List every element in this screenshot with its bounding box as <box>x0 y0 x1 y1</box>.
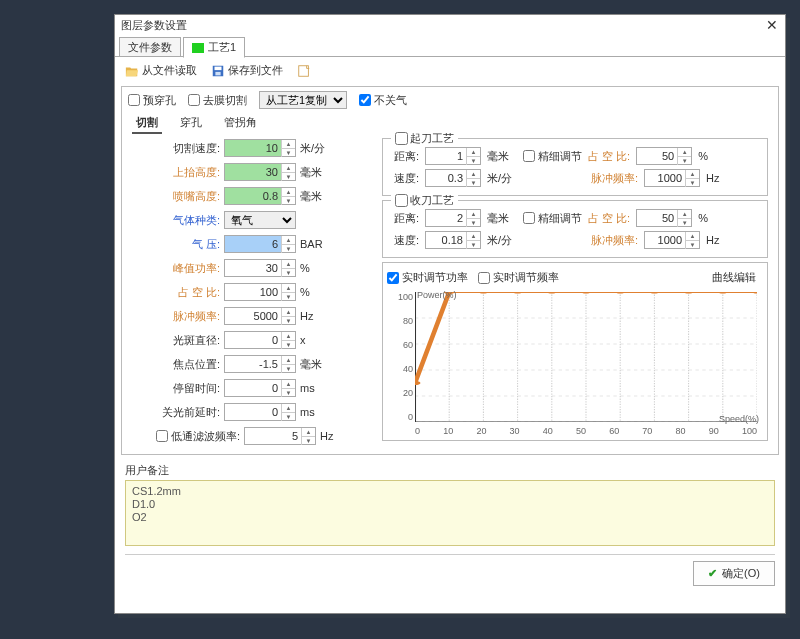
pulse-freq-input[interactable]: 5000▲▼ <box>224 307 296 325</box>
save-to-file-button[interactable]: 保存到文件 <box>207 61 287 80</box>
svg-point-32 <box>719 292 727 294</box>
cut-speed-label: 切割速度: <box>156 141 220 156</box>
svg-point-31 <box>684 292 692 294</box>
svg-rect-2 <box>215 71 220 75</box>
start-pulse-input[interactable]: 1000▲▼ <box>644 169 700 187</box>
start-speed-input[interactable]: 0.3▲▼ <box>425 169 481 187</box>
end-pulse-label: 脉冲频率: <box>591 233 638 248</box>
right-column: 起刀工艺 距离: 1▲▼ 毫米 精细调节 占 空 比: 50▲▼ % 速度: 0… <box>382 138 768 446</box>
toolbar: 从文件读取 保存到文件 <box>115 57 785 84</box>
start-speed-label: 速度: <box>389 171 419 186</box>
cut-speed-input[interactable]: 10▲▼ <box>224 139 296 157</box>
start-pulse-label: 脉冲频率: <box>591 171 638 186</box>
gas-type-label: 气体种类: <box>156 213 220 228</box>
tab-pierce[interactable]: 穿孔 <box>176 113 206 134</box>
user-notes-textarea[interactable]: CS1.2mm D1.0 O2 <box>125 480 775 546</box>
footer: ✔确定(O) <box>125 554 775 586</box>
save-icon <box>211 64 225 78</box>
end-duty-label: 占 空 比: <box>588 211 630 226</box>
peak-power-input[interactable]: 30▲▼ <box>224 259 296 277</box>
end-craft-group: 收刀工艺 距离: 2▲▼ 毫米 精细调节 占 空 比: 50▲▼ % 速度: 0… <box>382 200 768 258</box>
titlebar: 图层参数设置 ✕ <box>115 15 785 35</box>
spot-dia-input[interactable]: 0▲▼ <box>224 331 296 349</box>
start-fine-checkbox[interactable]: 精细调节 <box>523 149 582 164</box>
window-title: 图层参数设置 <box>121 18 187 33</box>
chart-panel: 实时调节功率 实时调节频率 曲线编辑 Power(%) 100806040200 <box>382 262 768 441</box>
check-icon: ✔ <box>708 567 717 580</box>
edit-curve-button[interactable]: 曲线编辑 <box>705 267 763 288</box>
left-params-column: 切割速度:10▲▼米/分 上抬高度:30▲▼毫米 喷嘴高度:0.8▲▼毫米 气体… <box>156 138 376 446</box>
duty-label: 占 空 比: <box>156 285 220 300</box>
tab-craft1[interactable]: 工艺1 <box>183 37 245 58</box>
note-icon-button[interactable] <box>293 62 315 80</box>
svg-point-27 <box>548 292 556 294</box>
peak-power-label: 峰值功率: <box>156 261 220 276</box>
svg-point-23 <box>415 381 420 385</box>
start-duty-label: 占 空 比: <box>588 149 630 164</box>
gas-type-select[interactable]: 氧气 <box>224 211 296 229</box>
end-fine-checkbox[interactable]: 精细调节 <box>523 211 582 226</box>
end-dist-label: 距离: <box>389 211 419 226</box>
close-delay-input[interactable]: 0▲▼ <box>224 403 296 421</box>
end-duty-input[interactable]: 50▲▼ <box>636 209 692 227</box>
stay-time-input[interactable]: 0▲▼ <box>224 379 296 397</box>
realtime-power-checkbox[interactable]: 实时调节功率 <box>387 270 468 285</box>
lift-height-label: 上抬高度: <box>156 165 220 180</box>
pulse-freq-label: 脉冲频率: <box>156 309 220 324</box>
nozzle-height-label: 喷嘴高度: <box>156 189 220 204</box>
copy-from-select[interactable]: 从工艺1复制 <box>259 91 347 109</box>
lowpass-checkbox[interactable]: 低通滤波频率: <box>156 429 240 444</box>
svg-point-28 <box>582 292 590 294</box>
start-dist-input[interactable]: 1▲▼ <box>425 147 481 165</box>
nozzle-height-input[interactable]: 0.8▲▼ <box>224 187 296 205</box>
stay-time-label: 停留时间: <box>156 381 220 396</box>
note-icon <box>297 64 311 78</box>
tab-corner[interactable]: 管拐角 <box>220 113 261 134</box>
close-delay-label: 关光前延时: <box>156 405 220 420</box>
end-dist-input[interactable]: 2▲▼ <box>425 209 481 227</box>
end-speed-label: 速度: <box>389 233 419 248</box>
folder-open-icon <box>125 64 139 78</box>
tab-file-params[interactable]: 文件参数 <box>119 37 181 57</box>
start-dist-label: 距离: <box>389 149 419 164</box>
spot-dia-label: 光斑直径: <box>156 333 220 348</box>
end-craft-checkbox[interactable] <box>395 194 408 207</box>
power-chart: Power(%) 100806040200 <box>415 292 757 422</box>
realtime-freq-checkbox[interactable]: 实时调节频率 <box>478 270 559 285</box>
chart-ylabel: Power(%) <box>417 290 457 300</box>
svg-point-25 <box>479 292 487 294</box>
gas-pressure-label: 气 压: <box>156 237 220 252</box>
top-tabstrip: 文件参数 工艺1 <box>115 35 785 57</box>
lowpass-input[interactable]: 5▲▼ <box>244 427 316 445</box>
svg-point-29 <box>616 292 624 294</box>
svg-point-30 <box>650 292 658 294</box>
layer-params-window: 图层参数设置 ✕ 文件参数 工艺1 从文件读取 保存到文件 预穿孔 去膜切割 从… <box>114 14 786 614</box>
chart-svg <box>415 292 757 422</box>
options-panel: 预穿孔 去膜切割 从工艺1复制 不关气 切割 穿孔 管拐角 切割速度:10▲▼米… <box>121 86 779 455</box>
duty-input[interactable]: 100▲▼ <box>224 283 296 301</box>
ok-button[interactable]: ✔确定(O) <box>693 561 775 586</box>
svg-point-33 <box>753 292 757 294</box>
close-icon[interactable]: ✕ <box>765 18 779 32</box>
tab-cut[interactable]: 切割 <box>132 113 162 134</box>
lift-height-input[interactable]: 30▲▼ <box>224 163 296 181</box>
svg-rect-1 <box>215 66 222 70</box>
svg-point-26 <box>513 292 521 294</box>
film-cut-checkbox[interactable]: 去膜切割 <box>188 93 247 108</box>
prepierce-checkbox[interactable]: 预穿孔 <box>128 93 176 108</box>
start-craft-checkbox[interactable] <box>395 132 408 145</box>
user-notes-label: 用户备注 <box>115 457 785 480</box>
craft-color-swatch <box>192 43 204 53</box>
chart-yaxis: 100806040200 <box>387 292 413 422</box>
chart-xaxis: 0102030405060708090100 <box>415 426 757 436</box>
end-pulse-input[interactable]: 1000▲▼ <box>644 231 700 249</box>
focus-input[interactable]: -1.5▲▼ <box>224 355 296 373</box>
focus-label: 焦点位置: <box>156 357 220 372</box>
gas-pressure-input[interactable]: 6▲▼ <box>224 235 296 253</box>
no-close-gas-checkbox[interactable]: 不关气 <box>359 93 407 108</box>
read-from-file-button[interactable]: 从文件读取 <box>121 61 201 80</box>
end-speed-input[interactable]: 0.18▲▼ <box>425 231 481 249</box>
start-duty-input[interactable]: 50▲▼ <box>636 147 692 165</box>
chart-xlabel: Speed(%) <box>719 414 759 424</box>
params-content: 切割速度:10▲▼米/分 上抬高度:30▲▼毫米 喷嘴高度:0.8▲▼毫米 气体… <box>128 134 772 450</box>
